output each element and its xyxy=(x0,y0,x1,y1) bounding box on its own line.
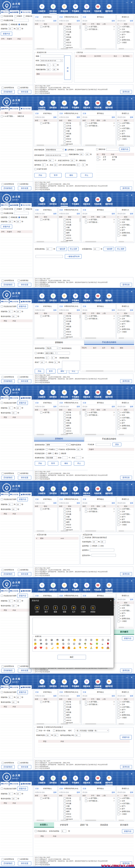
nav-item-6[interactable]: ☎专线回复 xyxy=(93,486,103,496)
horizontal-scrollbar[interactable] xyxy=(83,241,115,242)
item-checkbox[interactable] xyxy=(117,813,119,815)
gap-to-input[interactable] xyxy=(54,734,58,737)
list-item[interactable]: 2王米 xyxy=(117,414,134,416)
horizontal-scrollbar[interactable] xyxy=(35,820,56,821)
reply-friend-checkbox[interactable] xyxy=(23,15,25,17)
cg-to-input[interactable] xyxy=(53,64,56,66)
blast-male-radio[interactable] xyxy=(46,453,48,455)
scroll-thumb[interactable] xyxy=(119,627,124,628)
auto-agree-friend[interactable]: 自动同意好友 xyxy=(2,183,14,185)
item-checkbox[interactable] xyxy=(64,127,66,129)
list-item[interactable]: A-新宁团... xyxy=(34,122,57,124)
item-checkbox[interactable] xyxy=(64,719,66,721)
left-tab-1[interactable]: 账号列 xyxy=(0,492,9,496)
item-checkbox[interactable] xyxy=(85,318,87,320)
list-item[interactable]: 1A-新宁团队... xyxy=(117,604,134,607)
horizontal-scrollbar[interactable] xyxy=(59,337,80,339)
item-checkbox[interactable] xyxy=(64,427,66,429)
nav-item-4[interactable]: ❖手机爆粉 xyxy=(71,100,80,110)
turing-input[interactable] xyxy=(14,19,29,22)
nav-item-5[interactable]: ♻消息转发 xyxy=(82,197,91,207)
search-link[interactable]: 搜索 xyxy=(130,213,133,215)
item-checkbox[interactable] xyxy=(85,411,87,413)
item-checkbox[interactable] xyxy=(64,36,66,38)
emoji-icon[interactable]: 😊 xyxy=(34,639,36,642)
scroll-thumb[interactable] xyxy=(80,315,81,318)
list-item[interactable]: 2新宁团队软...7 xyxy=(82,221,116,223)
list-item[interactable]: 2王米 xyxy=(117,221,134,223)
item-checkbox[interactable] xyxy=(64,513,66,515)
save-settings-button[interactable]: 保存设置 xyxy=(18,669,31,673)
emoji-icon[interactable]: 🍀 xyxy=(96,643,99,645)
list-item[interactable]: 4新宁+ xyxy=(117,33,134,36)
random-content[interactable]: 随机内容 xyxy=(96,148,105,151)
list-item[interactable]: 封玉珍 xyxy=(58,234,81,237)
auto-remark[interactable]: 自动备注 xyxy=(35,352,44,354)
nav-item-4[interactable]: ❖手机爆粉 xyxy=(71,776,80,785)
og-from-input[interactable] xyxy=(80,153,83,156)
search-link[interactable]: 搜索 xyxy=(112,20,115,22)
nav-item-3[interactable]: ⚙群组设置 xyxy=(59,293,69,303)
monitor-session-id-input[interactable] xyxy=(91,554,116,557)
scroll-thumb[interactable] xyxy=(85,530,96,532)
search-link[interactable]: 搜索 xyxy=(112,502,115,504)
save-settings-button[interactable]: 保存设置 xyxy=(18,572,31,576)
filter-link[interactable]: 过滤 xyxy=(83,305,86,307)
list-item[interactable]: 田少春 xyxy=(58,122,81,124)
per-content-input[interactable] xyxy=(12,411,17,414)
left-tab-2[interactable]: 自动回复 xyxy=(9,300,20,304)
scroll-thumb[interactable] xyxy=(80,507,81,511)
item-checkbox[interactable] xyxy=(64,28,66,30)
list-item[interactable]: 封玉珍 xyxy=(58,523,81,526)
list-item[interactable]: 5新宁 xyxy=(117,325,134,328)
list-item[interactable]: 封玉珍 xyxy=(58,427,81,430)
gap-input[interactable] xyxy=(77,448,80,451)
verify-with-name[interactable]: 验证语加姓名 xyxy=(59,347,72,349)
item-checkbox[interactable] xyxy=(117,328,119,330)
item-checkbox[interactable] xyxy=(117,425,119,427)
auto-agree-friend[interactable]: 自动同意好友 xyxy=(2,472,14,474)
reply-to-input[interactable] xyxy=(16,503,21,506)
random-input[interactable] xyxy=(106,148,118,151)
emoji-icon[interactable]: 😆 xyxy=(107,639,109,642)
start-button[interactable]: 开始 xyxy=(34,173,46,178)
handle-group-msg[interactable]: 处理群消息 xyxy=(18,87,28,89)
item-checkbox[interactable] xyxy=(64,232,66,234)
list-item[interactable]: 6蓝精灵全媒... xyxy=(117,424,134,427)
close-button[interactable]: ✕ xyxy=(131,1,133,3)
nav-item-1[interactable]: ✳企微群发 xyxy=(37,100,47,110)
list-item[interactable]: 李红梅 xyxy=(58,325,81,328)
nav-item-2[interactable]: ◷定时群发 xyxy=(48,197,58,207)
left-tab-3[interactable]: 新好友回复 xyxy=(20,589,32,593)
auto-agree-friend-checkbox[interactable] xyxy=(2,376,4,378)
search-link[interactable]: 搜索 xyxy=(130,405,133,408)
left-tab-3[interactable]: 新好友回复 xyxy=(20,203,32,207)
item-checkbox[interactable] xyxy=(85,219,87,221)
reply-from-input[interactable] xyxy=(8,310,13,313)
cg-from-input[interactable] xyxy=(47,64,50,66)
left-tab-3[interactable]: 新好友回复 xyxy=(20,10,32,14)
list-item[interactable]: 李云鹏 xyxy=(58,706,81,708)
nav-item-1[interactable]: ✳企微群发 xyxy=(37,679,47,689)
left-tab-3[interactable]: 新好友回复 xyxy=(20,300,32,304)
restart-from-begin[interactable]: 是否从头开始 xyxy=(53,730,65,732)
horizontal-scrollbar[interactable] xyxy=(117,723,133,724)
handle-group-msg[interactable]: 处理群消息 xyxy=(18,858,28,860)
dialog-item-3[interactable]: S视频 xyxy=(53,606,57,613)
list-item[interactable]: 李云鹏 xyxy=(58,223,81,226)
list-item[interactable]: 5新宁 xyxy=(117,518,134,521)
horizontal-scrollbar[interactable] xyxy=(35,145,56,146)
task-time[interactable]: ▲▼ xyxy=(40,59,63,62)
nav-item-2[interactable]: ◷定时群发 xyxy=(48,390,58,399)
handle-group-msg-checkbox[interactable] xyxy=(18,858,20,860)
horizontal-scrollbar[interactable] xyxy=(35,48,56,49)
auto-agree-friend[interactable]: 自动同意好友 xyxy=(2,858,14,860)
turing-input[interactable] xyxy=(14,212,29,215)
scroll-thumb[interactable] xyxy=(61,241,68,242)
scroll-thumb[interactable] xyxy=(36,48,44,49)
match-fuzzy[interactable]: 模糊匹配 xyxy=(8,216,18,218)
list-item[interactable]: 田少春 xyxy=(58,797,81,800)
m-to-input[interactable] xyxy=(82,163,85,166)
item-checkbox[interactable] xyxy=(64,797,66,799)
item-checkbox[interactable] xyxy=(117,420,119,422)
